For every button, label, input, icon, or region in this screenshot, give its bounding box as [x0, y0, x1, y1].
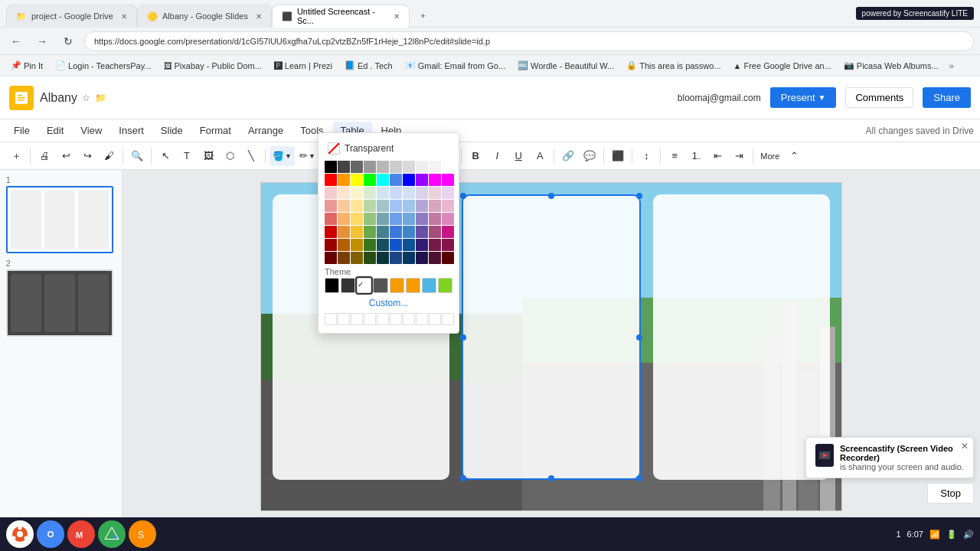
color-swatch[interactable] — [377, 187, 389, 199]
color-swatch[interactable] — [325, 161, 337, 173]
theme-swatch[interactable] — [341, 278, 355, 293]
slide-2-wrapper[interactable]: 2 — [6, 259, 116, 337]
bold-button[interactable]: B — [466, 146, 485, 166]
color-swatch[interactable] — [403, 187, 415, 199]
color-swatch[interactable] — [325, 252, 337, 264]
handle-bl[interactable] — [460, 475, 466, 481]
taskbar-drive-icon[interactable] — [98, 520, 126, 548]
bookmark-prezi[interactable]: 🅿 Learn | Prezi — [270, 60, 337, 72]
zoom-button[interactable]: 🔍 — [127, 146, 147, 166]
bookmark-gdrive[interactable]: ▲ Free Google Drive an... — [729, 60, 836, 72]
color-swatch[interactable] — [442, 174, 454, 186]
color-swatch[interactable] — [338, 200, 350, 212]
color-swatch[interactable] — [403, 226, 415, 238]
color-swatch[interactable] — [364, 174, 376, 186]
theme-swatch[interactable] — [373, 278, 387, 293]
color-swatch[interactable] — [403, 174, 415, 186]
color-swatch[interactable] — [442, 187, 454, 199]
color-swatch[interactable] — [325, 239, 337, 251]
more-button[interactable]: More — [757, 146, 782, 166]
line-color-dropdown-icon[interactable]: ▼ — [309, 152, 315, 160]
theme-swatch[interactable] — [325, 278, 339, 293]
slide-2-thumbnail[interactable] — [6, 269, 113, 337]
tab-close-slides[interactable]: ✕ — [256, 12, 262, 21]
color-swatch[interactable] — [338, 239, 350, 251]
color-swatch[interactable] — [416, 239, 428, 251]
tab-drive[interactable]: 📁 project - Google Drive ✕ — [6, 5, 137, 28]
taskbar-chrome-icon[interactable] — [37, 520, 64, 548]
handle-mr[interactable] — [636, 334, 642, 341]
stop-button[interactable]: Stop — [927, 483, 974, 504]
color-swatch[interactable] — [338, 213, 350, 225]
bookmark-edtech[interactable]: 📘 Ed . Tech — [340, 59, 397, 72]
indent-increase-button[interactable]: ⇥ — [729, 146, 749, 166]
menu-format[interactable]: Format — [192, 122, 239, 139]
add-button[interactable]: ＋ — [6, 146, 26, 166]
color-swatch[interactable] — [338, 161, 350, 173]
color-swatch[interactable] — [403, 252, 415, 264]
present-button[interactable]: Present ▼ — [770, 87, 837, 108]
menu-file[interactable]: File — [6, 122, 38, 139]
print-button[interactable]: 🖨 — [34, 146, 54, 166]
indent-decrease-button[interactable]: ⇤ — [707, 146, 727, 166]
new-tab-button[interactable]: ＋ — [410, 5, 436, 28]
fill-color-button[interactable]: 🪣 ▼ — [270, 146, 295, 166]
bookmark-teacherspay[interactable]: 📄 Login - TeachersPay... — [51, 59, 155, 72]
color-swatch[interactable] — [390, 213, 402, 225]
color-swatch[interactable] — [429, 239, 441, 251]
tab-slides[interactable]: 🟡 Albany - Google Slides ✕ — [137, 5, 272, 28]
transparent-option[interactable]: Transparent — [325, 139, 452, 158]
color-swatch[interactable] — [390, 161, 402, 173]
bookmark-password[interactable]: 🔒 This area is passwo... — [622, 59, 725, 72]
tab-close-drive[interactable]: ✕ — [121, 12, 127, 21]
sc-close-button[interactable]: ✕ — [961, 441, 969, 452]
line-button[interactable]: ╲ — [241, 146, 261, 166]
color-swatch[interactable] — [325, 174, 337, 186]
color-swatch[interactable] — [377, 174, 389, 186]
italic-button[interactable]: I — [487, 146, 507, 166]
custom-button[interactable]: Custom... — [325, 295, 452, 311]
color-swatch[interactable] — [377, 213, 389, 225]
handle-bm[interactable] — [548, 475, 554, 481]
color-swatch[interactable] — [377, 200, 389, 212]
color-swatch[interactable] — [416, 200, 428, 212]
color-swatch[interactable] — [351, 200, 363, 212]
handle-tl[interactable] — [460, 193, 466, 199]
align-button[interactable]: ⬛ — [608, 146, 628, 166]
text-button[interactable]: T — [177, 146, 197, 166]
color-swatch[interactable] — [416, 226, 428, 238]
color-swatch[interactable] — [403, 213, 415, 225]
color-swatch[interactable] — [442, 226, 454, 238]
taskbar-gmail-icon[interactable]: M — [67, 520, 95, 548]
color-swatch[interactable] — [442, 252, 454, 264]
folder-icon[interactable]: 📁 — [95, 93, 106, 103]
theme-swatch[interactable]: ✓ — [357, 278, 371, 293]
color-swatch[interactable] — [338, 187, 350, 199]
color-swatch[interactable] — [390, 174, 402, 186]
tab-close-screencast[interactable]: ✕ — [394, 12, 400, 21]
theme-swatch[interactable] — [438, 278, 452, 293]
bookmark-gmail[interactable]: 📧 Gmail: Email from Go... — [400, 59, 510, 72]
taskbar-ubuntu-icon[interactable] — [6, 520, 34, 548]
menu-arrange[interactable]: Arrange — [240, 122, 291, 139]
theme-swatch[interactable] — [406, 278, 420, 293]
color-swatch[interactable] — [338, 174, 350, 186]
theme-swatch[interactable] — [390, 278, 404, 293]
star-icon[interactable]: ☆ — [82, 93, 90, 103]
color-swatch[interactable] — [390, 200, 402, 212]
handle-tr[interactable] — [636, 193, 642, 199]
cursor-button[interactable]: ↖ — [155, 146, 175, 166]
share-button[interactable]: Share — [923, 87, 971, 108]
bookmark-picasa[interactable]: 📷 Picasa Web Albums... — [839, 59, 943, 72]
forward-button[interactable]: → — [32, 31, 52, 51]
reload-button[interactable]: ↻ — [58, 31, 78, 51]
paint-format-button[interactable]: 🖌 — [99, 146, 119, 166]
color-swatch[interactable] — [364, 187, 376, 199]
back-button[interactable]: ← — [6, 31, 26, 51]
color-swatch[interactable] — [429, 200, 441, 212]
color-swatch[interactable] — [325, 213, 337, 225]
color-swatch[interactable] — [325, 200, 337, 212]
color-swatch[interactable] — [390, 187, 402, 199]
color-swatch[interactable] — [364, 161, 376, 173]
line-spacing-button[interactable]: ↕ — [636, 146, 656, 166]
